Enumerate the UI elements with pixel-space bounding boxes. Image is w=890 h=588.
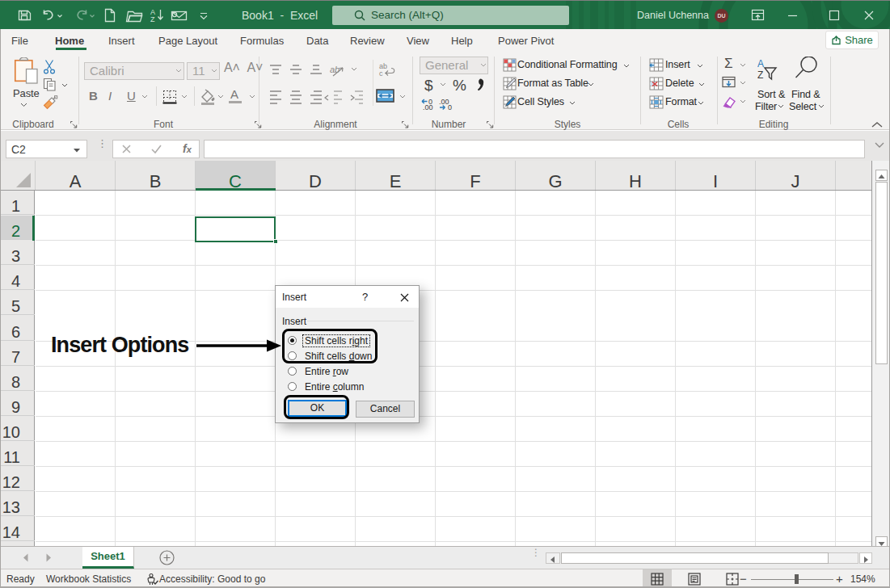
svg-text:.00: .00 — [423, 103, 433, 111]
svg-text:A: A — [757, 58, 764, 69]
svg-text:0: 0 — [448, 103, 452, 111]
svg-text:ab: ab — [330, 65, 340, 74]
svg-text:Z: Z — [757, 69, 763, 81]
svg-text:A: A — [150, 8, 155, 16]
svg-text:c: c — [379, 69, 383, 78]
svg-text:Z: Z — [150, 15, 155, 23]
